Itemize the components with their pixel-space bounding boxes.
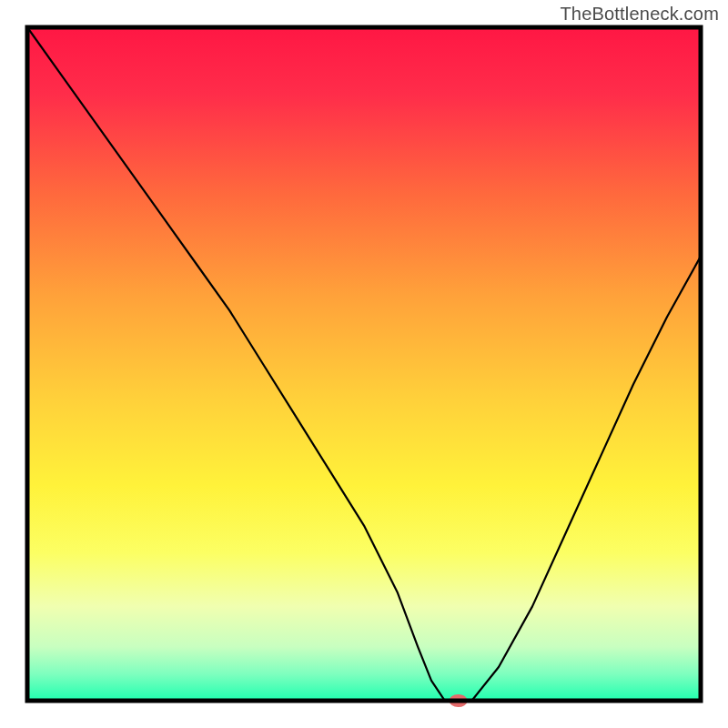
plot-area [27,27,701,707]
attribution-label: TheBottleneck.com [560,4,719,25]
bottleneck-chart: TheBottleneck.com [0,0,728,728]
plot-background [27,27,701,701]
chart-svg [0,0,728,728]
